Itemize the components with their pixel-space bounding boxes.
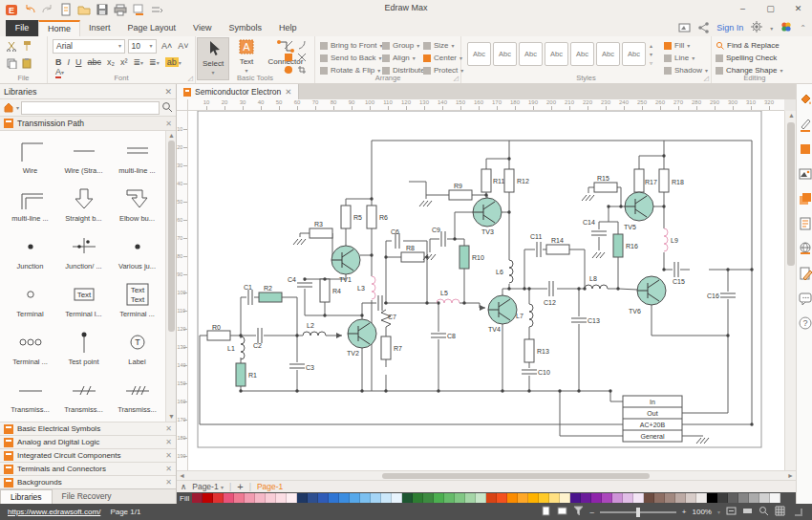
- palette-swatch[interactable]: [738, 493, 749, 503]
- pen-tool-icon[interactable]: [797, 115, 812, 134]
- library-item-elbow-bus[interactable]: Elbow bu...: [111, 186, 163, 223]
- tab-file[interactable]: File: [6, 20, 38, 36]
- page-tab-active[interactable]: Page-1: [257, 482, 283, 491]
- hyperlink-tool-icon[interactable]: [797, 239, 812, 258]
- palette-swatch[interactable]: [465, 493, 476, 503]
- arc-shape-icon[interactable]: [297, 40, 310, 53]
- library-section-basic-electrical-symbols[interactable]: Basic Electrical Symbols✕: [0, 422, 176, 435]
- zoom-level[interactable]: 100%: [693, 508, 712, 516]
- palette-swatch[interactable]: [287, 493, 297, 503]
- palette-swatch[interactable]: [371, 493, 381, 503]
- palette-swatch[interactable]: [192, 493, 203, 503]
- drawing-page[interactable]: R0R1R2R3R4R5R6R7R8R9R10R11R12R13R14R15R1…: [188, 111, 784, 470]
- style-sample-1[interactable]: Abc: [467, 42, 491, 66]
- library-item-label[interactable]: TLabel: [111, 330, 163, 366]
- share-icon[interactable]: [697, 21, 710, 35]
- palette-swatch[interactable]: [633, 493, 644, 503]
- palette-swatch[interactable]: [276, 493, 287, 503]
- paste-icon[interactable]: [21, 61, 32, 71]
- palette-swatch[interactable]: [297, 493, 308, 503]
- palette-swatch[interactable]: [675, 493, 686, 503]
- sign-in-link[interactable]: Sign In: [716, 23, 743, 32]
- style-fill[interactable]: Fill▾: [664, 39, 708, 52]
- circuit-schematic[interactable]: R0R1R2R3R4R5R6R7R8R9R10R11R12R13R14R15R1…: [188, 111, 784, 470]
- palette-swatch[interactable]: [686, 493, 696, 503]
- library-scrollbar[interactable]: ▲ ▼: [165, 131, 176, 422]
- fit-width-icon[interactable]: [742, 506, 753, 518]
- font-size-select[interactable]: 10▾: [128, 39, 157, 54]
- editing-find-replace[interactable]: Find & Replace: [716, 39, 782, 52]
- zoom-out-button[interactable]: –: [589, 508, 593, 516]
- document-tab-close-icon[interactable]: ✕: [285, 87, 291, 97]
- font-button-abc[interactable]: abc: [85, 57, 105, 67]
- rect-shape-icon[interactable]: [284, 53, 297, 65]
- library-item-trans-slash3[interactable]: Transmiss...: [111, 378, 163, 414]
- palette-swatch[interactable]: [392, 493, 402, 503]
- help-tool-icon[interactable]: ?: [797, 314, 812, 333]
- scroll-up-icon[interactable]: ▲: [168, 131, 175, 141]
- arrange-dialog-launcher[interactable]: ◿: [454, 75, 459, 82]
- zoom-slider[interactable]: [600, 511, 676, 513]
- tab-home[interactable]: Home: [38, 20, 80, 36]
- document-tab[interactable]: Semiconductor Electron ✕: [177, 84, 299, 99]
- export-icon[interactable]: [678, 21, 691, 35]
- library-section-terminals-and-connectors[interactable]: Terminals and Connectors✕: [0, 462, 176, 475]
- palette-swatch[interactable]: [528, 493, 539, 503]
- styles-dialog-launcher[interactable]: ◿: [704, 75, 709, 82]
- zoom-in-button[interactable]: +: [682, 508, 687, 516]
- arrange-send-to-back[interactable]: Send to Back▾: [320, 52, 382, 64]
- palette-swatch[interactable]: [203, 493, 213, 503]
- shrink-font-button[interactable]: A˅: [175, 41, 191, 51]
- palette-swatch[interactable]: [518, 493, 528, 503]
- palette-swatch[interactable]: [728, 493, 738, 503]
- arrange-bring-to-front[interactable]: Bring to Front▾: [320, 39, 382, 52]
- palette-swatch[interactable]: [696, 493, 707, 503]
- add-page-button[interactable]: +: [237, 481, 243, 492]
- palette-swatch[interactable]: [455, 493, 465, 503]
- library-item-junction-cross[interactable]: Junction/ ...: [57, 234, 110, 271]
- palette-swatch[interactable]: [623, 493, 633, 503]
- library-item-terminal-double[interactable]: TextTextTerminal ...: [111, 282, 163, 318]
- palette-swatch[interactable]: [570, 493, 581, 503]
- font-dialog-launcher[interactable]: ◿: [188, 75, 193, 82]
- palette-swatch[interactable]: [234, 493, 245, 503]
- zoom-caret-icon[interactable]: ▾: [717, 509, 720, 515]
- palette-swatch[interactable]: [581, 493, 591, 503]
- highlight-icon[interactable]: ab▾: [162, 57, 184, 67]
- library-item-multi-corner[interactable]: multi-line ...: [4, 186, 56, 223]
- palette-swatch[interactable]: [497, 493, 507, 503]
- palette-swatch[interactable]: [381, 493, 392, 503]
- palette-swatch[interactable]: [434, 493, 444, 503]
- styles-scroll-arrows[interactable]: ▴▾▿: [650, 42, 652, 66]
- style-sample-2[interactable]: Abc: [493, 42, 517, 66]
- font-family-select[interactable]: Arial▾: [53, 39, 125, 54]
- palette-swatch[interactable]: [591, 493, 602, 503]
- edrawsoft-link[interactable]: https://www.edrawsoft.com/: [8, 508, 100, 516]
- collapse-ribbon-icon[interactable]: ⌃: [800, 24, 806, 32]
- resize-grip[interactable]: [795, 509, 802, 516]
- palette-swatch[interactable]: [360, 493, 371, 503]
- tab-page-layout[interactable]: Page Layout: [119, 20, 185, 36]
- font-button-x[interactable]: x₂: [104, 57, 118, 67]
- style-sample-5[interactable]: Abc: [570, 42, 594, 66]
- library-section-integrated-circuit-components[interactable]: Integrated Circuit Components✕: [0, 448, 176, 462]
- style-sample-6[interactable]: Abc: [596, 42, 620, 66]
- palette-swatch[interactable]: [770, 493, 780, 503]
- palette-swatch[interactable]: [245, 493, 255, 503]
- grid-icon[interactable]: [775, 506, 785, 518]
- palette-swatch[interactable]: [560, 493, 570, 503]
- library-item-wire[interactable]: Wire: [4, 139, 56, 175]
- tab-help[interactable]: Help: [270, 20, 306, 36]
- note-tool-icon[interactable]: [797, 214, 812, 233]
- tab-view[interactable]: View: [184, 20, 220, 36]
- library-item-trans-slash2[interactable]: Transmiss...: [57, 378, 110, 414]
- page-dropdown[interactable]: Page-1 ▾: [192, 482, 224, 491]
- palette-swatch[interactable]: [549, 493, 560, 503]
- minimize-button[interactable]: –: [729, 0, 757, 18]
- panel-tab-file-recovery[interactable]: File Recovery: [53, 489, 121, 504]
- section-close-icon[interactable]: ✕: [165, 119, 172, 128]
- palette-swatch[interactable]: [329, 493, 339, 503]
- palette-swatch[interactable]: [602, 493, 612, 503]
- font-button-b[interactable]: B: [53, 57, 65, 67]
- style-line[interactable]: Line▾: [664, 52, 708, 64]
